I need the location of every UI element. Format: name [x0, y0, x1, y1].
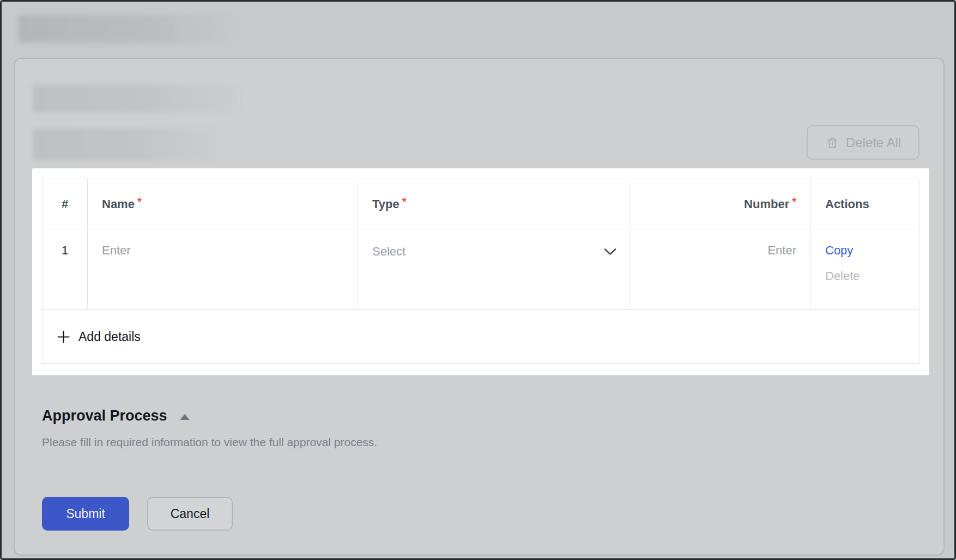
column-header-type: Type *	[358, 179, 631, 229]
redacted-section-label-2	[33, 129, 222, 160]
column-header-number: Number *	[631, 179, 811, 229]
copy-link[interactable]: Copy	[825, 244, 853, 258]
app-window: Delete All # Name * Type *	[0, 0, 956, 560]
trash-icon	[825, 136, 839, 150]
approval-section-toggle[interactable]: Approval Process	[42, 407, 190, 424]
required-marker: *	[792, 196, 796, 208]
delete-link[interactable]: Delete	[825, 269, 860, 283]
column-header-actions: Actions	[811, 179, 919, 229]
delete-all-button[interactable]: Delete All	[807, 125, 919, 160]
name-input[interactable]: Enter	[88, 229, 358, 309]
add-details-label: Add details	[78, 330, 141, 344]
column-header-name: Name *	[88, 179, 358, 229]
type-select[interactable]: Select	[358, 229, 631, 309]
column-header-index: #	[43, 179, 88, 229]
required-marker: *	[402, 196, 407, 208]
name-placeholder: Enter	[102, 244, 131, 257]
form-card: Delete All # Name * Type *	[14, 58, 945, 556]
approval-hint-text: Please fill in required information to v…	[42, 436, 377, 449]
row-index: 1	[43, 229, 88, 309]
redacted-page-title	[18, 15, 239, 43]
delete-all-label: Delete All	[846, 135, 901, 150]
form-footer: Submit Cancel	[42, 497, 233, 531]
approval-section-title: Approval Process	[42, 407, 167, 424]
table-highlight-band: # Name * Type * Number * Act	[32, 168, 929, 375]
submit-button[interactable]: Submit	[42, 497, 129, 531]
cancel-button[interactable]: Cancel	[147, 497, 233, 531]
chevron-down-icon	[604, 248, 616, 255]
collapse-caret-icon	[180, 414, 190, 420]
plus-icon	[57, 330, 70, 344]
number-placeholder: Enter	[767, 244, 796, 257]
details-table: # Name * Type * Number * Act	[42, 179, 919, 364]
row-actions: Copy Delete	[811, 229, 919, 309]
type-placeholder: Select	[372, 245, 406, 259]
add-details-button[interactable]: Add details	[43, 310, 919, 363]
number-input[interactable]: Enter	[631, 229, 811, 309]
table-row: 1 Enter Select	[43, 229, 919, 310]
redacted-section-label-1	[33, 85, 244, 112]
table-header-row: # Name * Type * Number * Act	[43, 179, 919, 229]
required-marker: *	[137, 196, 142, 208]
